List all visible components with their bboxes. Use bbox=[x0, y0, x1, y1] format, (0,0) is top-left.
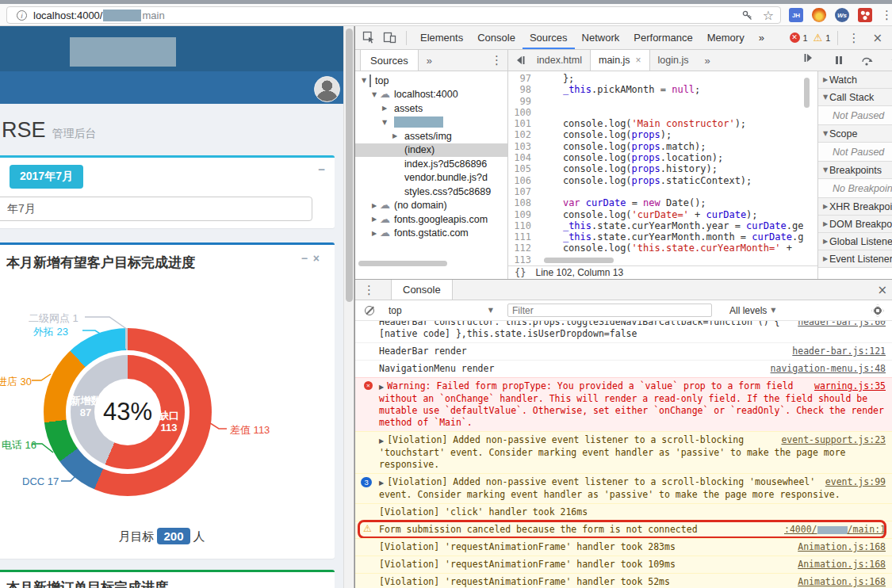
tree-item-(no domain)[interactable]: ▶☁(no domain) bbox=[355, 199, 507, 213]
chevron-closed-icon[interactable]: ▶ bbox=[370, 202, 378, 209]
sidebar-section-watch[interactable]: ▶Watch bbox=[818, 71, 892, 89]
sidebar-section-scope[interactable]: ▼Scope bbox=[818, 125, 892, 143]
drawer-menu-icon[interactable]: ⋮ bbox=[358, 283, 380, 297]
inspect-element-icon[interactable] bbox=[362, 31, 376, 44]
navigator-hscrollbar[interactable] bbox=[358, 261, 447, 266]
source-link[interactable]: header-bar.js:121 bbox=[792, 346, 886, 357]
tree-item-redacted[interactable]: ▼ bbox=[355, 116, 507, 130]
pretty-print-icon[interactable]: {} bbox=[515, 267, 526, 278]
panel1-minimize-icon[interactable]: − bbox=[318, 162, 325, 176]
console-message[interactable]: Animation.js:168[Violation] 'requestAnim… bbox=[355, 556, 892, 573]
console-message[interactable]: :4000//main:1⚠Form submission canceled b… bbox=[355, 521, 892, 538]
tree-item-(index)[interactable]: (index) bbox=[355, 143, 507, 158]
extension-ws-icon[interactable]: Ws bbox=[835, 8, 849, 22]
expand-arrow-icon[interactable]: ▶ bbox=[379, 437, 384, 445]
console-message[interactable]: warning.js:35✕▶Warning: Failed form prop… bbox=[355, 377, 892, 431]
code-editor[interactable]: }; _this.pickAMonth = null; console.log(… bbox=[540, 71, 803, 265]
tree-item-assets[interactable]: ▶assets bbox=[355, 101, 507, 116]
navigator-tab-sources[interactable]: Sources bbox=[360, 50, 419, 71]
devtools-menu-icon[interactable]: ⋮ bbox=[843, 31, 864, 45]
chevron-closed-icon[interactable]: ▶ bbox=[370, 230, 378, 237]
console-message[interactable]: header-bar.js:60HeaderBar constructor: t… bbox=[355, 321, 892, 342]
hide-navigator-icon[interactable] bbox=[515, 55, 526, 65]
console-message[interactable]: [Violation] 'click' handler took 216ms bbox=[355, 503, 892, 521]
editor-tab-login.js[interactable]: login.js bbox=[650, 50, 697, 71]
editor-vscrollbar[interactable] bbox=[804, 78, 810, 108]
console-message[interactable]: navigation-menu.js:48NavigationMenu rend… bbox=[355, 360, 892, 377]
clear-console-icon[interactable] bbox=[365, 306, 374, 315]
tree-item-fonts.googleapis.com[interactable]: ▶☁fonts.googleapis.com bbox=[355, 212, 507, 227]
browser-menu-icon[interactable]: ⋮ bbox=[881, 8, 892, 22]
chevron-closed-icon[interactable]: ▶ bbox=[381, 105, 389, 112]
tree-item-top[interactable]: ▼top bbox=[355, 74, 507, 88]
devtools-tab-network[interactable]: Network bbox=[575, 26, 627, 49]
step-over-icon[interactable] bbox=[861, 55, 873, 66]
sidebar-section-breakpoints[interactable]: ▼Breakpoints bbox=[818, 162, 892, 179]
navigator-menu-icon[interactable]: ⋮ bbox=[486, 53, 507, 67]
chevron-open-icon[interactable]: ▼ bbox=[370, 91, 378, 98]
pause-script-icon[interactable] bbox=[834, 55, 844, 65]
console-message[interactable]: Animation.js:168[Violation] 'requestAnim… bbox=[355, 538, 892, 556]
tree-item-styles.css?d5c8689[interactable]: styles.css?d5c8689 bbox=[355, 185, 507, 199]
sidebar-section-xhr-breakpoints[interactable]: ▶XHR Breakpoints bbox=[818, 198, 892, 216]
console-message[interactable]: event-support.js:23▶[Violation] Added no… bbox=[355, 431, 892, 473]
console-message[interactable]: Animation.js:168[Violation] 'requestAnim… bbox=[355, 573, 892, 588]
warning-badge-icon[interactable]: ⚠ bbox=[814, 32, 823, 44]
extension-jh-icon[interactable]: JH bbox=[789, 8, 803, 22]
address-bar[interactable]: i localhost:4000/ main ☆ bbox=[6, 6, 781, 24]
sidebar-section-dom-breakpoints[interactable]: ▶DOM Breakpoints bbox=[818, 216, 892, 233]
source-link[interactable]: :4000//main:1 bbox=[784, 524, 886, 536]
editor-tab-index.html[interactable]: index.html bbox=[529, 50, 590, 71]
devtools-tab-sources[interactable]: Sources bbox=[523, 26, 575, 49]
chevron-open-icon[interactable]: ▼ bbox=[360, 77, 368, 84]
navigator-overflow[interactable]: » bbox=[427, 55, 432, 67]
devtools-tabs-overflow[interactable]: » bbox=[752, 26, 771, 49]
console-close-icon[interactable]: × bbox=[872, 283, 892, 297]
page-scrollbar[interactable] bbox=[343, 26, 354, 588]
expand-arrow-icon[interactable]: ▶ bbox=[379, 479, 384, 487]
devtools-tab-performance[interactable]: Performance bbox=[626, 26, 699, 49]
sidebar-section-global-listeners[interactable]: ▶Global Listeners bbox=[818, 233, 892, 250]
editor-hscrollbar[interactable] bbox=[544, 258, 614, 263]
devtools-close-icon[interactable]: × bbox=[867, 31, 887, 45]
sidebar-section-call-stack[interactable]: ▼Call Stack bbox=[818, 89, 892, 106]
source-link[interactable]: event.js:99 bbox=[825, 476, 886, 488]
tree-item-vendor.bundle.js?d[interactable]: vendor.bundle.js?d bbox=[355, 171, 507, 185]
devtools-tab-elements[interactable]: Elements bbox=[413, 26, 470, 49]
month-input[interactable] bbox=[0, 197, 312, 221]
console-tab[interactable]: Console bbox=[391, 280, 453, 300]
bookmark-star-icon[interactable]: ☆ bbox=[763, 8, 774, 23]
chevron-open-icon[interactable]: ▼ bbox=[381, 119, 389, 126]
console-filter-input[interactable] bbox=[507, 304, 712, 317]
source-link[interactable]: navigation-menu.js:48 bbox=[771, 363, 886, 375]
source-link[interactable]: event-support.js:23 bbox=[781, 434, 886, 446]
chevron-closed-icon[interactable]: ▶ bbox=[391, 132, 399, 139]
expand-arrow-icon[interactable]: ▶ bbox=[379, 384, 384, 391]
extension-flame-icon[interactable] bbox=[812, 8, 826, 22]
tree-item-assets/img[interactable]: ▶assets/img bbox=[355, 129, 507, 143]
password-key-icon[interactable] bbox=[741, 10, 753, 21]
console-message[interactable]: header-bar.js:121HeaderBar render bbox=[355, 342, 892, 360]
chevron-closed-icon[interactable]: ▶ bbox=[370, 216, 378, 223]
tree-item-localhost:4000[interactable]: ▼☁localhost:4000 bbox=[355, 88, 507, 102]
page-scrollbar-thumb[interactable] bbox=[346, 29, 353, 302]
page-info-icon[interactable]: i bbox=[17, 10, 27, 21]
editor-tab-main.js[interactable]: main.js× bbox=[590, 50, 650, 71]
log-level-selector[interactable]: All levels ▼ bbox=[729, 305, 776, 316]
extension-red-icon[interactable] bbox=[858, 8, 872, 22]
console-message[interactable]: event.js:993▶[Violation] Added non-passi… bbox=[355, 473, 892, 503]
context-selector[interactable]: top ▼ bbox=[389, 305, 493, 316]
month-button[interactable]: 2017年7月 bbox=[10, 165, 83, 189]
device-toolbar-icon[interactable] bbox=[383, 32, 396, 44]
tree-item-index.js?d5c86896[interactable]: index.js?d5c86896 bbox=[355, 157, 507, 171]
source-link[interactable]: warning.js:35 bbox=[814, 380, 886, 392]
sidebar-section-event-listener-breakpoints[interactable]: ▶Event Listener Breakpoints bbox=[818, 250, 892, 268]
tab-close-icon[interactable]: × bbox=[636, 55, 641, 66]
devtools-tab-memory[interactable]: Memory bbox=[700, 26, 752, 49]
panel2-controls[interactable]: −× bbox=[301, 252, 325, 265]
source-link[interactable]: Animation.js:168 bbox=[798, 541, 886, 553]
editor-tabs-overflow[interactable]: » bbox=[705, 55, 710, 67]
source-link[interactable]: Animation.js:168 bbox=[798, 559, 886, 571]
error-badge-icon[interactable]: ✕ bbox=[790, 32, 800, 43]
show-debugger-icon[interactable] bbox=[803, 53, 814, 63]
